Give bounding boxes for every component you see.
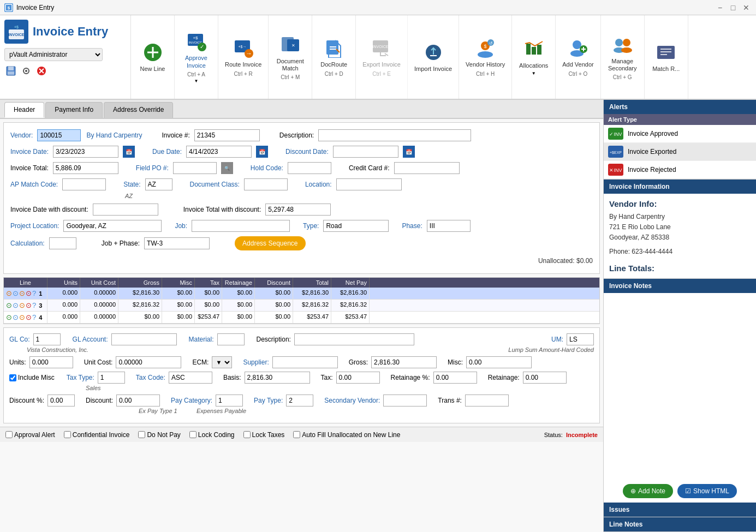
row4-icon3[interactable]: ⊙ xyxy=(19,313,25,321)
document-match-button[interactable]: ✕ DocumentMatch Ctrl + M xyxy=(269,15,312,99)
table-row[interactable]: ⊙ ⊙ ⊙ ⊙ ? 1 0.000 0.00000 $2,816.30 $0.0… xyxy=(4,288,599,300)
address-sequence-button[interactable]: Address Sequence xyxy=(235,236,305,250)
tax-type-input[interactable] xyxy=(98,372,125,384)
row3-icon2[interactable]: ⊙ xyxy=(13,301,19,309)
table-row[interactable]: ⊙ ⊙ ⊙ ⊙ ? 3 0.000 0.00000 $2,816.32 $0.0… xyxy=(4,300,599,312)
add-vendor-button[interactable]: Add Vendor Ctrl + O xyxy=(556,15,601,99)
vendor-input[interactable] xyxy=(37,129,81,141)
ld-description-input[interactable] xyxy=(294,333,414,345)
add-note-button[interactable]: ⊕ Add Note xyxy=(623,484,673,498)
save-button[interactable] xyxy=(4,64,17,77)
row1-icon5[interactable]: ? xyxy=(32,289,36,297)
description-input[interactable] xyxy=(318,129,471,141)
ap-match-input[interactable] xyxy=(62,178,106,190)
invoice-total-input[interactable] xyxy=(53,162,118,174)
include-misc-checkbox[interactable] xyxy=(9,374,16,381)
vendor-history-button[interactable]: $ ↺ Vendor History Ctrl + H xyxy=(459,15,512,99)
misc-input[interactable] xyxy=(466,356,532,368)
close-button[interactable]: ✕ xyxy=(741,2,752,13)
credit-card-input[interactable] xyxy=(394,162,460,174)
job-input[interactable] xyxy=(192,220,290,232)
route-invoice-button[interactable]: +$→ → Route Invoice Ctrl + R xyxy=(218,15,269,99)
alert-row-exported[interactable]: +$EXP Invoice Exported xyxy=(604,143,756,161)
state-input[interactable] xyxy=(145,178,172,190)
invoice-date-discount-input[interactable] xyxy=(93,204,158,216)
row3-icon3[interactable]: ⊙ xyxy=(19,301,25,309)
user-select[interactable]: pVault Administrator xyxy=(4,48,103,61)
row1-icon3[interactable]: ⊙ xyxy=(19,289,25,297)
row1-icon2[interactable]: ⊙ xyxy=(13,289,19,297)
minimize-button[interactable]: − xyxy=(715,2,725,13)
docroute-button[interactable]: DocRoute Ctrl + D xyxy=(312,15,356,99)
um-input[interactable] xyxy=(567,333,594,345)
maximize-button[interactable]: □ xyxy=(728,2,739,13)
alert-row-rejected[interactable]: ✕INV Invoice Rejected xyxy=(604,161,756,179)
row4-icon2[interactable]: ⊙ xyxy=(13,313,19,321)
gl-co-input[interactable] xyxy=(33,333,61,345)
settings-button[interactable] xyxy=(20,64,33,77)
new-line-button[interactable]: New Line xyxy=(131,15,175,99)
tax-input[interactable] xyxy=(336,372,380,384)
field-po-lookup[interactable]: 🔍 xyxy=(221,162,233,174)
lock-taxes-checkbox[interactable] xyxy=(243,431,251,438)
row3-icon4[interactable]: ⊙ xyxy=(26,301,32,309)
tab-payment-info[interactable]: Payment Info xyxy=(45,102,103,118)
approval-alert-checkbox[interactable] xyxy=(5,431,13,438)
table-row[interactable]: ⊙ ⊙ ⊙ ⊙ ? 4 0.000 0.00000 $0.00 $0.00 $2… xyxy=(4,312,599,324)
material-input[interactable] xyxy=(217,333,245,345)
gross-input[interactable] xyxy=(371,356,437,368)
tax-code-input[interactable] xyxy=(169,372,212,384)
due-date-input[interactable] xyxy=(186,146,252,158)
due-date-calendar[interactable]: 📅 xyxy=(256,146,268,158)
discount-input-ld[interactable] xyxy=(116,394,160,407)
row4-icon5[interactable]: ? xyxy=(32,313,36,321)
phase-input[interactable] xyxy=(427,220,471,232)
type-input[interactable] xyxy=(323,220,389,232)
gl-account-input[interactable] xyxy=(111,333,177,345)
match-r-button[interactable]: Match R... xyxy=(645,15,688,99)
secondary-vendor-input[interactable] xyxy=(383,394,427,407)
invoice-date-calendar[interactable]: 📅 xyxy=(123,146,135,158)
confidential-invoice-checkbox[interactable] xyxy=(64,431,71,438)
pay-type-input[interactable] xyxy=(286,394,313,407)
tab-header[interactable]: Header xyxy=(4,102,44,118)
row4-icon1[interactable]: ⊙ xyxy=(6,313,12,321)
unit-cost-input[interactable] xyxy=(116,356,181,368)
supplier-input[interactable] xyxy=(272,356,338,368)
alert-row-approved[interactable]: ✓INV Invoice Approved xyxy=(604,125,756,143)
row1-icon1[interactable]: ⊙ xyxy=(6,289,12,297)
export-invoice-button[interactable]: INVOICE Export Invoice Ctrl + E xyxy=(356,15,408,99)
close-record-button[interactable] xyxy=(35,64,48,77)
location-input[interactable] xyxy=(336,178,402,190)
ecm-select[interactable]: ▼ xyxy=(212,356,232,368)
invoice-num-input[interactable] xyxy=(194,129,260,141)
basis-input[interactable] xyxy=(245,372,310,384)
pay-category-input[interactable] xyxy=(216,394,243,407)
retainage-pct-input[interactable] xyxy=(433,372,477,384)
show-html-button[interactable]: ☑ Show HTML xyxy=(677,484,737,498)
row4-icon4[interactable]: ⊙ xyxy=(26,313,32,321)
row3-icon5[interactable]: ? xyxy=(32,301,36,309)
lock-coding-checkbox[interactable] xyxy=(189,431,197,438)
hold-code-input[interactable] xyxy=(288,162,331,174)
discount-pct-input[interactable] xyxy=(47,394,75,407)
units-input[interactable] xyxy=(29,356,73,368)
job-phase-input[interactable] xyxy=(144,237,210,249)
approve-invoice-button[interactable]: +$ INVOICE ✓ ApproveInvoice Ctrl + A ▼ xyxy=(175,15,218,99)
retainage-input[interactable] xyxy=(523,372,567,384)
do-not-pay-checkbox[interactable] xyxy=(138,431,145,438)
tab-address-override[interactable]: Address Override xyxy=(104,102,173,118)
invoice-date-input[interactable] xyxy=(53,146,118,158)
trans-num-input[interactable] xyxy=(465,394,509,407)
project-location-input[interactable] xyxy=(63,220,162,232)
row3-icon1[interactable]: ⊙ xyxy=(6,301,12,309)
auto-fill-checkbox[interactable] xyxy=(293,431,300,438)
field-po-input[interactable] xyxy=(173,162,217,174)
manage-secondary-button[interactable]: ManageSecondary Ctrl + G xyxy=(601,15,645,99)
document-class-input[interactable] xyxy=(244,178,288,190)
allocations-button[interactable]: Allocations ▼ xyxy=(512,15,556,99)
invoice-total-discount-input[interactable] xyxy=(265,204,331,216)
discount-date-calendar[interactable]: 📅 xyxy=(403,146,415,158)
calculation-input[interactable] xyxy=(49,237,76,249)
import-invoice-button[interactable]: Import Invoice xyxy=(408,15,459,99)
